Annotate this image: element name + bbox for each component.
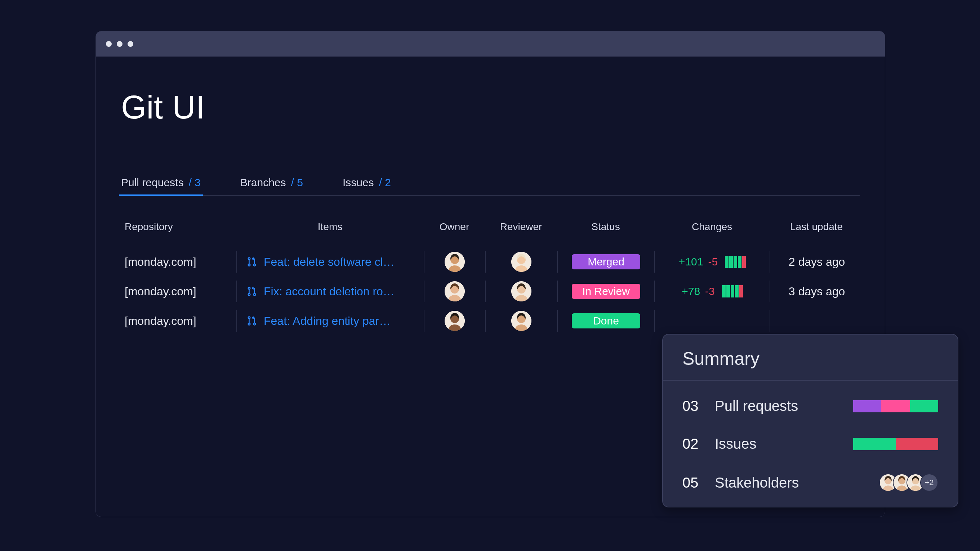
- cell-last-update: [770, 310, 863, 332]
- cell-status: Done: [557, 310, 654, 332]
- cell-reviewer: [485, 310, 557, 332]
- cell-last-update: 2 days ago: [770, 251, 863, 273]
- avatar[interactable]: [445, 281, 465, 302]
- pull-request-icon: [247, 286, 257, 297]
- summary-label: Stakeholders: [715, 475, 869, 491]
- pr-table: Repository Items Owner Reviewer Status C…: [121, 221, 860, 336]
- cell-item-link[interactable]: Feat: delete software cl…: [236, 251, 424, 273]
- summary-row: 02 Issues: [682, 436, 938, 452]
- cell-repository: [monday.com]: [121, 281, 236, 302]
- cell-reviewer: [485, 251, 557, 273]
- cell-status: In Review: [557, 281, 654, 302]
- cell-owner: [424, 281, 485, 302]
- summary-card: Summary 03 Pull requests 02 Issues 05 St…: [662, 334, 958, 507]
- status-badge: In Review: [572, 284, 640, 299]
- status-badge: Done: [572, 313, 640, 329]
- avatar[interactable]: [511, 281, 531, 302]
- summary-row: 05 Stakeholders +2: [682, 473, 938, 492]
- col-changes: Changes: [654, 221, 770, 233]
- avatar[interactable]: [511, 311, 531, 331]
- tab-count: / 2: [379, 176, 391, 189]
- pull-request-icon: [247, 256, 257, 267]
- col-items: Items: [236, 221, 424, 233]
- avatar[interactable]: [445, 311, 465, 331]
- window-dot[interactable]: [106, 41, 112, 47]
- changes-additions: +78: [682, 285, 700, 297]
- tab-count: / 5: [291, 176, 303, 189]
- cell-repository: [monday.com]: [121, 251, 236, 273]
- item-title: Feat: delete software cl…: [264, 255, 395, 269]
- summary-bar: [853, 400, 938, 412]
- tab-label: Pull requests: [121, 176, 183, 189]
- window-dot[interactable]: [127, 41, 133, 47]
- cell-item-link[interactable]: Feat: Adding entity par…: [236, 310, 424, 332]
- cell-item-link[interactable]: Fix: account deletion ro…: [236, 281, 424, 302]
- window-dot[interactable]: [117, 41, 123, 47]
- tab-label: Issues: [343, 176, 374, 189]
- summary-count: 03: [682, 398, 705, 414]
- avatar-more-badge[interactable]: +2: [920, 473, 938, 492]
- summary-row: 03 Pull requests: [682, 398, 938, 414]
- status-badge: Merged: [572, 254, 640, 269]
- tabs: Pull requests / 3 Branches / 5 Issues / …: [121, 176, 860, 196]
- cell-changes: +101 -5: [654, 251, 770, 273]
- summary-label: Pull requests: [715, 398, 843, 414]
- cell-reviewer: [485, 281, 557, 302]
- summary-count: 05: [682, 475, 705, 491]
- cell-owner: [424, 251, 485, 273]
- cell-status: Merged: [557, 251, 654, 273]
- changes-deletions: -5: [708, 256, 718, 268]
- summary-bar: [853, 438, 938, 450]
- tab-issues[interactable]: Issues / 2: [343, 176, 391, 195]
- avatar[interactable]: [511, 252, 531, 272]
- cell-changes: +78 -3: [654, 281, 770, 302]
- changes-deletions: -3: [705, 285, 715, 297]
- cell-last-update: 3 days ago: [770, 281, 863, 302]
- tab-branches[interactable]: Branches / 5: [240, 176, 303, 195]
- item-title: Fix: account deletion ro…: [264, 285, 395, 298]
- avatar[interactable]: [445, 252, 465, 272]
- cell-repository: [monday.com]: [121, 310, 236, 332]
- table-row[interactable]: [monday.com] Feat: delete software cl… M…: [121, 247, 860, 276]
- cell-owner: [424, 310, 485, 332]
- page-title: Git UI: [121, 89, 860, 126]
- pull-request-icon: [247, 316, 257, 326]
- changes-bar-icon: [722, 285, 743, 297]
- table-header: Repository Items Owner Reviewer Status C…: [121, 221, 860, 233]
- window-titlebar: [96, 31, 885, 57]
- col-status: Status: [557, 221, 654, 233]
- col-repository: Repository: [121, 221, 236, 233]
- summary-title: Summary: [682, 348, 938, 369]
- item-title: Feat: Adding entity par…: [264, 314, 391, 328]
- table-row[interactable]: [monday.com] Fix: account deletion ro… I…: [121, 276, 860, 306]
- avatar-stack: +2: [879, 473, 938, 492]
- cell-changes: [654, 310, 770, 332]
- col-last-update: Last update: [770, 221, 863, 233]
- summary-label: Issues: [715, 436, 843, 452]
- summary-count: 02: [682, 436, 705, 452]
- col-reviewer: Reviewer: [485, 221, 557, 233]
- tab-label: Branches: [240, 176, 286, 189]
- table-row[interactable]: [monday.com] Feat: Adding entity par… Do…: [121, 306, 860, 336]
- changes-additions: +101: [679, 256, 703, 268]
- col-owner: Owner: [424, 221, 485, 233]
- summary-header: Summary: [663, 335, 958, 381]
- tab-count: / 3: [188, 176, 200, 189]
- changes-bar-icon: [725, 256, 746, 268]
- tab-pull-requests[interactable]: Pull requests / 3: [121, 176, 201, 195]
